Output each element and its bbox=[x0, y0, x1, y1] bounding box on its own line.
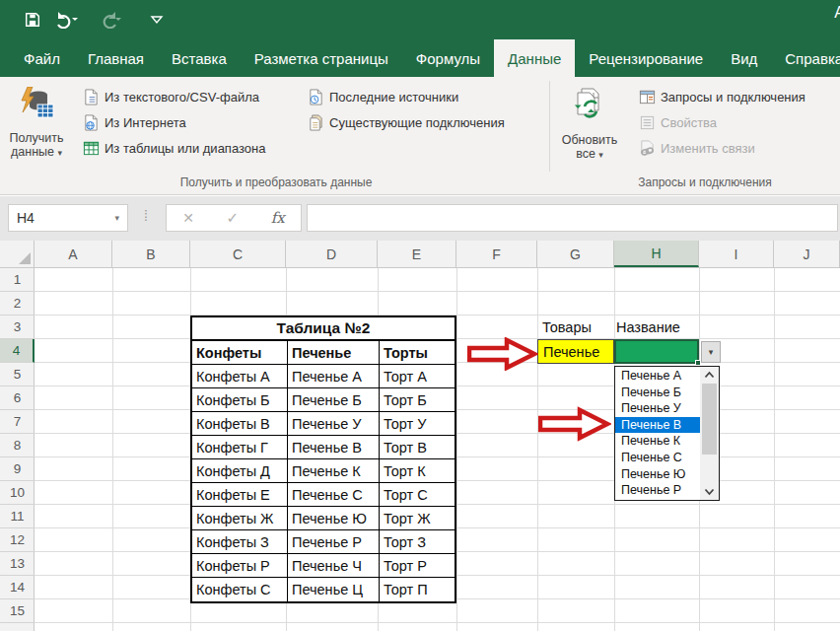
name-box[interactable]: H4 ▾ bbox=[8, 204, 128, 232]
cell-h4-selected[interactable] bbox=[614, 339, 699, 364]
from-web-button[interactable]: Из Интернета bbox=[83, 110, 186, 134]
table-cell[interactable]: Торт В bbox=[380, 436, 455, 458]
column-header-c[interactable]: C bbox=[190, 241, 286, 267]
scroll-down-button[interactable] bbox=[700, 484, 719, 500]
worksheet-grid[interactable]: Таблица №2 Конфеты Печенье Торты Конфеты… bbox=[35, 268, 840, 631]
row-header-11[interactable]: 11 bbox=[0, 505, 35, 528]
cell-h3-nazvanie[interactable]: Название bbox=[614, 316, 699, 339]
undo-button[interactable] bbox=[51, 8, 85, 32]
dropdown-item[interactable]: Печенье С bbox=[615, 450, 700, 466]
dropdown-item[interactable]: Печенье К bbox=[615, 433, 700, 450]
row-header-4[interactable]: 4 bbox=[0, 339, 35, 363]
dropdown-item[interactable]: Печенье Ю bbox=[615, 466, 700, 483]
scroll-up-button[interactable] bbox=[700, 367, 719, 383]
table-cell[interactable]: Торт А bbox=[380, 365, 455, 387]
enter-formula-icon[interactable]: ✓ bbox=[227, 209, 240, 227]
tab-review[interactable]: Рецензирование bbox=[575, 39, 717, 77]
table-cell[interactable]: Печенье Б bbox=[288, 388, 380, 411]
from-table-range-button[interactable]: Из таблицы или диапазона bbox=[83, 136, 265, 160]
column-header-i[interactable]: I bbox=[699, 241, 774, 267]
tab-view[interactable]: Вид bbox=[717, 39, 771, 77]
table-cell[interactable]: Торт К bbox=[380, 459, 455, 482]
table-cell[interactable]: Печенье А bbox=[288, 365, 380, 387]
scrollbar-thumb[interactable] bbox=[702, 384, 717, 455]
table-cell[interactable]: Конфеты З bbox=[192, 530, 288, 553]
table-cell[interactable]: Торт Р bbox=[380, 554, 455, 577]
table-cell[interactable]: Печенье С bbox=[288, 483, 380, 506]
select-all-corner[interactable] bbox=[0, 241, 35, 267]
column-header-f[interactable]: F bbox=[456, 241, 537, 267]
table-cell[interactable]: Конфеты Ж bbox=[192, 507, 288, 529]
column-header-h[interactable]: H bbox=[614, 241, 699, 267]
row-header-10[interactable]: 10 bbox=[0, 481, 35, 505]
table-cell[interactable]: Печенье В bbox=[288, 436, 380, 458]
validation-dropdown-button[interactable]: ▾ bbox=[701, 341, 721, 363]
recent-sources-button[interactable]: Последние источники bbox=[308, 85, 458, 108]
row-header-13[interactable]: 13 bbox=[0, 552, 35, 576]
save-button[interactable] bbox=[20, 8, 45, 32]
table-cell[interactable]: Конфеты Б bbox=[192, 388, 288, 411]
row-header-6[interactable]: 6 bbox=[0, 386, 35, 410]
table-cell[interactable]: Конфеты Е bbox=[192, 483, 288, 506]
row-header-5[interactable]: 5 bbox=[0, 363, 35, 386]
row-header-9[interactable]: 9 bbox=[0, 457, 35, 481]
tab-file[interactable]: Файл bbox=[10, 39, 74, 77]
dropdown-item-selected[interactable]: Печенье В bbox=[615, 417, 700, 434]
table-cell[interactable]: Конфеты Р bbox=[192, 554, 288, 577]
row-header-12[interactable]: 12 bbox=[0, 528, 35, 552]
table-title[interactable]: Таблица №2 bbox=[192, 317, 455, 339]
row-header-7[interactable]: 7 bbox=[0, 410, 35, 434]
table-cell[interactable]: Печенье Ч bbox=[288, 554, 380, 577]
insert-function-icon[interactable]: fx bbox=[271, 209, 285, 227]
dropdown-item[interactable]: Печенье У bbox=[615, 400, 700, 417]
table-cell[interactable]: Торт С bbox=[380, 483, 455, 506]
tab-formulas[interactable]: Формулы bbox=[402, 39, 494, 77]
dropdown-item[interactable]: Печенье Р bbox=[615, 482, 700, 499]
row-header-1[interactable]: 1 bbox=[0, 268, 35, 292]
tab-insert[interactable]: Вставка bbox=[158, 39, 241, 77]
table-cell[interactable]: Торт Ж bbox=[380, 507, 455, 529]
table-cell[interactable]: Печенье К bbox=[288, 459, 380, 482]
formula-input[interactable] bbox=[307, 204, 838, 232]
row-header-8[interactable]: 8 bbox=[0, 434, 35, 457]
cell-g3-tovary[interactable]: Товары bbox=[537, 316, 614, 339]
table-cell[interactable]: Конфеты В bbox=[192, 412, 288, 435]
dropdown-item[interactable]: Печенье А bbox=[615, 368, 700, 385]
table-cell[interactable]: Конфеты А bbox=[192, 365, 288, 387]
table-cell[interactable]: Печенье Ю bbox=[288, 507, 380, 529]
tab-help[interactable]: Справка bbox=[771, 39, 840, 77]
name-box-dropdown-icon[interactable]: ▾ bbox=[114, 213, 119, 223]
get-data-button[interactable]: Получить данные ▾ bbox=[4, 83, 69, 177]
refresh-all-button[interactable]: Обновить все ▾ bbox=[554, 83, 625, 177]
table-col-header[interactable]: Торты bbox=[380, 341, 455, 364]
table-col-header[interactable]: Конфеты bbox=[192, 341, 288, 364]
table-cell[interactable]: Торт У bbox=[380, 412, 455, 435]
table-cell[interactable]: Печенье Р bbox=[288, 530, 380, 553]
tab-data[interactable]: Данные bbox=[494, 39, 575, 77]
column-header-a[interactable]: A bbox=[35, 241, 112, 267]
table-cell[interactable]: Печенье У bbox=[288, 412, 380, 435]
queries-connections-button[interactable]: Запросы и подключения bbox=[639, 85, 805, 108]
dropdown-item[interactable]: Печенье Б bbox=[615, 385, 700, 401]
dropdown-scrollbar[interactable] bbox=[700, 367, 719, 500]
tab-page-layout[interactable]: Разметка страницы bbox=[241, 39, 402, 77]
column-header-j[interactable]: J bbox=[774, 241, 840, 267]
column-header-d[interactable]: D bbox=[286, 241, 378, 267]
row-header-15[interactable]: 15 bbox=[0, 599, 35, 623]
cell-g4-pechene-highlighted[interactable]: Печенье bbox=[537, 339, 614, 364]
table-cell[interactable]: Торт Б bbox=[380, 388, 455, 411]
table-col-header[interactable]: Печенье bbox=[288, 341, 380, 364]
table-cell[interactable]: Печенье Ц bbox=[288, 578, 380, 601]
table-cell[interactable]: Конфеты Д bbox=[192, 459, 288, 482]
row-header-3[interactable]: 3 bbox=[0, 316, 35, 339]
table-cell[interactable]: Торт П bbox=[380, 578, 455, 601]
from-csv-button[interactable]: Из текстового/CSV-файла bbox=[83, 85, 259, 108]
existing-connections-button[interactable]: Существующие подключения bbox=[308, 110, 505, 134]
column-header-e[interactable]: E bbox=[378, 241, 456, 267]
column-header-b[interactable]: B bbox=[112, 241, 190, 267]
column-header-g[interactable]: G bbox=[537, 241, 614, 267]
cancel-formula-icon[interactable]: ✕ bbox=[182, 210, 194, 226]
table-cell[interactable]: Конфеты С bbox=[192, 578, 288, 601]
table-cell[interactable]: Торт З bbox=[380, 530, 455, 553]
row-header-14[interactable]: 14 bbox=[0, 576, 35, 599]
